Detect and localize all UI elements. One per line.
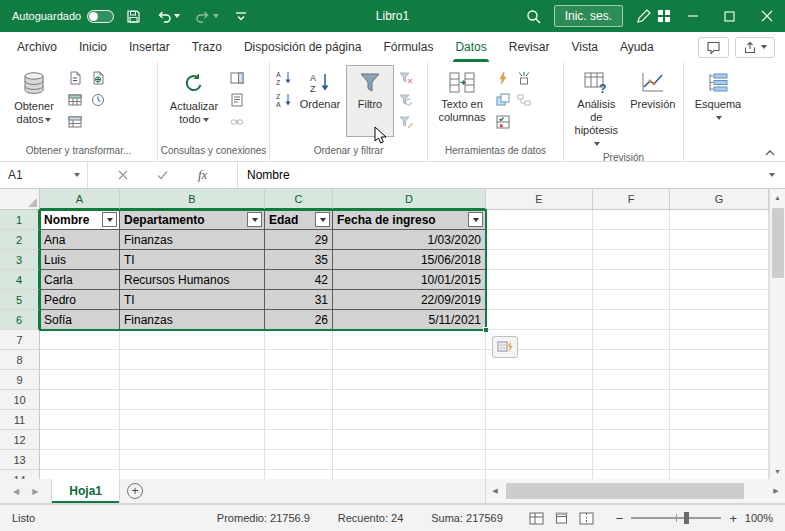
cell-E10[interactable] xyxy=(486,390,593,410)
remove-duplicates-button[interactable] xyxy=(493,91,512,109)
zoom-in-button[interactable]: + xyxy=(729,512,737,525)
cell-B10[interactable] xyxy=(120,390,265,410)
draw-mode-button[interactable] xyxy=(633,9,654,24)
column-header-C[interactable]: C xyxy=(265,189,333,210)
cell-C12[interactable] xyxy=(265,430,333,450)
minimize-button[interactable] xyxy=(674,0,711,32)
insert-function-button[interactable]: fx xyxy=(198,167,207,183)
enter-entry-button[interactable] xyxy=(157,170,168,180)
cell-F9[interactable] xyxy=(593,370,670,390)
flash-fill-button[interactable] xyxy=(493,69,512,87)
from-web-button[interactable] xyxy=(88,69,107,87)
cell-F3[interactable] xyxy=(593,250,670,270)
cell-E14[interactable] xyxy=(486,470,593,479)
properties-button[interactable] xyxy=(227,91,246,109)
filter-dropdown-D1[interactable] xyxy=(468,212,483,227)
cell-C4[interactable]: 42 xyxy=(265,270,333,290)
cell-E12[interactable] xyxy=(486,430,593,450)
row-header-10[interactable]: 10 xyxy=(0,390,40,410)
tab-ayuda[interactable]: Ayuda xyxy=(609,32,665,62)
cell-A4[interactable]: Carla xyxy=(40,270,120,290)
row-header-2[interactable]: 2 xyxy=(0,230,40,250)
tab-revisar[interactable]: Revisar xyxy=(498,32,561,62)
vertical-scrollbar[interactable]: ▲ ▼ xyxy=(769,189,785,479)
cell-E5[interactable] xyxy=(486,290,593,310)
share-button[interactable] xyxy=(735,37,775,58)
cell-E2[interactable] xyxy=(486,230,593,250)
sign-in-button[interactable]: Inic. ses. xyxy=(554,5,623,27)
customize-quick-access-button[interactable] xyxy=(231,10,251,22)
vertical-scroll-thumb[interactable] xyxy=(772,208,784,278)
tab-vista[interactable]: Vista xyxy=(560,32,608,62)
zoom-out-button[interactable]: − xyxy=(616,512,624,525)
horizontal-scroll-track[interactable] xyxy=(504,479,767,503)
cell-F13[interactable] xyxy=(593,450,670,470)
advanced-filter-button[interactable] xyxy=(396,113,415,131)
cell-D12[interactable] xyxy=(333,430,486,450)
status-average[interactable]: Promedio: 21756.9 xyxy=(217,512,310,524)
cell-F10[interactable] xyxy=(593,390,670,410)
cell-C6[interactable]: 26 xyxy=(265,310,333,330)
from-text-csv-button[interactable] xyxy=(65,69,84,87)
cell-B5[interactable]: TI xyxy=(120,290,265,310)
horizontal-scrollbar[interactable]: ◀ ▶ xyxy=(485,479,785,503)
cell-F14[interactable] xyxy=(593,470,670,479)
cell-B4[interactable]: Recursos Humanos xyxy=(120,270,265,290)
cell-G11[interactable] xyxy=(670,410,769,430)
cell-E13[interactable] xyxy=(486,450,593,470)
cell-C14[interactable] xyxy=(265,470,333,479)
undo-button[interactable] xyxy=(153,9,183,24)
clear-filter-button[interactable] xyxy=(396,69,415,87)
quick-analysis-button[interactable] xyxy=(492,336,518,358)
cell-D7[interactable] xyxy=(333,330,486,350)
cell-A7[interactable] xyxy=(40,330,120,350)
cell-F4[interactable] xyxy=(593,270,670,290)
recent-sources-button[interactable] xyxy=(88,91,107,109)
cell-B14[interactable] xyxy=(120,470,265,479)
cell-E4[interactable] xyxy=(486,270,593,290)
cell-B7[interactable] xyxy=(120,330,265,350)
data-validation-button[interactable] xyxy=(493,113,512,131)
page-break-view-button[interactable] xyxy=(579,512,594,525)
cell-E9[interactable] xyxy=(486,370,593,390)
filter-button[interactable]: Filtro xyxy=(346,65,394,137)
cell-A13[interactable] xyxy=(40,450,120,470)
tab-formulas[interactable]: Fórmulas xyxy=(372,32,444,62)
filter-dropdown-C1[interactable] xyxy=(315,212,330,227)
cell-A5[interactable]: Pedro xyxy=(40,290,120,310)
cell-B11[interactable] xyxy=(120,410,265,430)
row-header-5[interactable]: 5 xyxy=(0,290,40,310)
sort-ascending-button[interactable]: AZ xyxy=(275,69,294,87)
cell-G4[interactable] xyxy=(670,270,769,290)
cell-C9[interactable] xyxy=(265,370,333,390)
zoom-level[interactable]: 100% xyxy=(737,512,773,524)
row-header-13[interactable]: 13 xyxy=(0,450,40,470)
prev-sheet-button[interactable]: ◀ xyxy=(13,487,19,496)
zoom-slider[interactable] xyxy=(631,517,721,519)
cell-D10[interactable] xyxy=(333,390,486,410)
cell-G2[interactable] xyxy=(670,230,769,250)
row-header-7[interactable]: 7 xyxy=(0,330,40,350)
select-all-button[interactable] xyxy=(0,189,40,210)
tab-insertar[interactable]: Insertar xyxy=(118,32,181,62)
tab-disposicion[interactable]: Disposición de página xyxy=(233,32,372,62)
cell-G5[interactable] xyxy=(670,290,769,310)
row-header-11[interactable]: 11 xyxy=(0,410,40,430)
horizontal-scroll-thumb[interactable] xyxy=(506,483,744,499)
cell-C2[interactable]: 29 xyxy=(265,230,333,250)
cell-A10[interactable] xyxy=(40,390,120,410)
cancel-entry-button[interactable] xyxy=(118,170,128,180)
column-header-F[interactable]: F xyxy=(593,189,670,210)
maximize-button[interactable] xyxy=(711,0,748,32)
cell-F11[interactable] xyxy=(593,410,670,430)
cell-C7[interactable] xyxy=(265,330,333,350)
row-header-4[interactable]: 4 xyxy=(0,270,40,290)
row-header-12[interactable]: 12 xyxy=(0,430,40,450)
cell-G8[interactable] xyxy=(670,350,769,370)
cell-F12[interactable] xyxy=(593,430,670,450)
collapse-ribbon-button[interactable] xyxy=(765,150,775,156)
get-data-button[interactable]: Obtener datos xyxy=(5,65,63,137)
sheet-tab-hoja1[interactable]: Hoja1 xyxy=(51,479,120,503)
queries-connections-button[interactable] xyxy=(227,69,246,87)
cell-A6[interactable]: Sofía xyxy=(40,310,120,330)
